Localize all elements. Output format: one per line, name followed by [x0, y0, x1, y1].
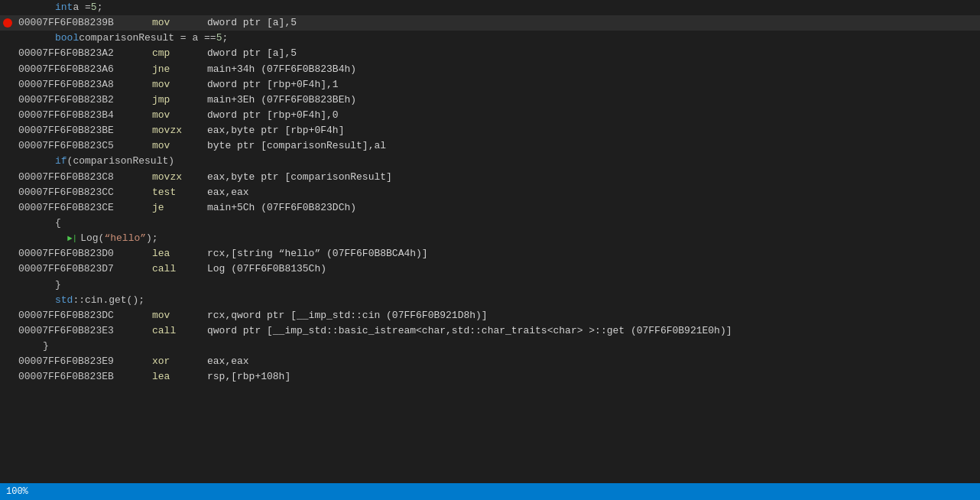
mnemonic: call: [152, 323, 207, 339]
address: 00007FF6F0B823B2: [18, 93, 152, 108]
code-line: 00007FF6F0B823CEjemain+5Ch (07FF6F0B823D…: [0, 200, 980, 216]
code-line: 00007FF6F0B823EBlearsp,[rbp+108h]: [0, 369, 980, 385]
mnemonic: lea: [152, 246, 207, 261]
code-line: 00007FF6F0B823B2jmpmain+3Eh (07FF6F0B823…: [0, 93, 980, 108]
operands: Log (07FF6F0B8135Ch): [207, 261, 326, 277]
address: 00007FF6F0B823EB: [18, 369, 152, 385]
operands: rcx,qword ptr [__imp_std::cin (07FF6F0B9…: [207, 308, 488, 323]
mnemonic: jmp: [152, 93, 207, 108]
address: 00007FF6F0B823A2: [18, 46, 152, 61]
address: 00007FF6F0B823E9: [18, 354, 152, 369]
code-line: 00007FF6F0B823A6jnemain+34h (07FF6F0B823…: [0, 62, 980, 77]
operands: qword ptr [__imp_std::basic_istream<char…: [207, 323, 732, 339]
mnemonic: mov: [152, 77, 207, 93]
operands: eax,eax: [207, 354, 249, 369]
code-line: 00007FF6F0B823B4movdword ptr [rbp+0F4h],…: [0, 108, 980, 123]
address: 00007FF6F0B8239B: [18, 15, 152, 31]
mnemonic: mov: [152, 138, 207, 154]
code-line: 00007FF6F0B823D0learcx,[string “hello” (…: [0, 246, 980, 261]
mnemonic: mov: [152, 15, 207, 31]
address: 00007FF6F0B823A6: [18, 62, 152, 77]
status-bar: 100%: [0, 483, 980, 500]
code-line: 00007FF6F0B823C5movbyte ptr [comparisonR…: [0, 138, 980, 154]
address: 00007FF6F0B823CE: [18, 200, 152, 216]
address: 00007FF6F0B823D0: [18, 246, 152, 261]
disassembly-view: int a = 5;00007FF6F0B8239Bmovdword ptr […: [0, 0, 980, 500]
code-line: 00007FF6F0B823C8movzxeax,byte ptr [compa…: [0, 170, 980, 185]
operands: rsp,[rbp+108h]: [207, 369, 290, 385]
mnemonic: mov: [152, 308, 207, 323]
code-line: 00007FF6F0B823E3callqword ptr [__imp_std…: [0, 323, 980, 339]
address: 00007FF6F0B823C8: [18, 170, 152, 185]
operands: eax,eax: [207, 185, 249, 200]
code-lines: int a = 5;00007FF6F0B8239Bmovdword ptr […: [0, 0, 980, 385]
address: 00007FF6F0B823E3: [18, 323, 152, 339]
operands: rcx,[string “hello” (07FF6F0B8BCA4h)]: [207, 246, 428, 261]
code-line: {: [0, 216, 980, 231]
code-line: }: [0, 339, 980, 354]
zoom-level: 100%: [6, 486, 28, 497]
mnemonic: mov: [152, 108, 207, 123]
operands: eax,byte ptr [comparisonResult]: [207, 170, 392, 185]
code-line: bool comparisonResult = a == 5;: [0, 31, 980, 46]
address: 00007FF6F0B823CC: [18, 185, 152, 200]
address: 00007FF6F0B823B4: [18, 108, 152, 123]
operands: byte ptr [comparisonResult],al: [207, 138, 386, 154]
address: 00007FF6F0B823A8: [18, 77, 152, 93]
mnemonic: cmp: [152, 46, 207, 61]
code-line: 00007FF6F0B823D7callLog (07FF6F0B8135Ch): [0, 261, 980, 277]
operands: main+34h (07FF6F0B823B4h): [207, 62, 356, 77]
operands: dword ptr [rbp+0F4h],0: [207, 108, 339, 123]
address: 00007FF6F0B823DC: [18, 308, 152, 323]
operands: main+5Ch (07FF6F0B823DCh): [207, 200, 356, 216]
address: 00007FF6F0B823BE: [18, 123, 152, 138]
code-line: 00007FF6F0B8239Bmovdword ptr [a],5: [0, 15, 980, 31]
mnemonic: call: [152, 261, 207, 277]
code-line: 00007FF6F0B823CCtesteax,eax: [0, 185, 980, 200]
gutter: [3, 15, 18, 31]
code-line: 00007FF6F0B823BEmovzxeax,byte ptr [rbp+0…: [0, 123, 980, 138]
operands: dword ptr [a],5: [207, 46, 297, 61]
mnemonic: movzx: [152, 123, 207, 138]
code-line: if (comparisonResult): [0, 154, 980, 169]
code-line: 00007FF6F0B823A2cmpdword ptr [a],5: [0, 46, 980, 61]
code-line: ►|Log(“hello”);: [0, 231, 980, 246]
mnemonic: lea: [152, 369, 207, 385]
breakpoint-icon: [3, 18, 12, 28]
code-line: std::cin.get();: [0, 293, 980, 308]
operands: main+3Eh (07FF6F0B823BEh): [207, 93, 356, 108]
operands: dword ptr [a],5: [207, 15, 297, 31]
code-line: 00007FF6F0B823DCmovrcx,qword ptr [__imp_…: [0, 308, 980, 323]
address: 00007FF6F0B823C5: [18, 138, 152, 154]
mnemonic: jne: [152, 62, 207, 77]
code-line: }: [0, 278, 980, 293]
operands: eax,byte ptr [rbp+0F4h]: [207, 123, 344, 138]
operands: dword ptr [rbp+0F4h],1: [207, 77, 339, 93]
code-line: 00007FF6F0B823A8movdword ptr [rbp+0F4h],…: [0, 77, 980, 93]
mnemonic: movzx: [152, 170, 207, 185]
mnemonic: test: [152, 185, 207, 200]
code-line: 00007FF6F0B823E9xoreax,eax: [0, 354, 980, 369]
mnemonic: xor: [152, 354, 207, 369]
mnemonic: je: [152, 200, 207, 216]
step-arrow-icon: ►|: [67, 232, 77, 245]
address: 00007FF6F0B823D7: [18, 261, 152, 277]
code-line: int a = 5;: [0, 0, 980, 15]
